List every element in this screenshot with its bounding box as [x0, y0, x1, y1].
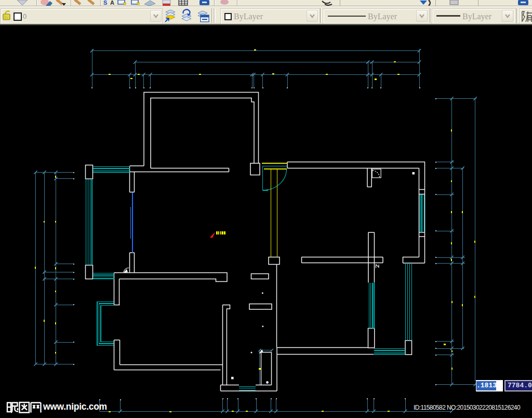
svg-text:A: A [110, 0, 114, 6]
svg-text:S: S [103, 0, 107, 6]
